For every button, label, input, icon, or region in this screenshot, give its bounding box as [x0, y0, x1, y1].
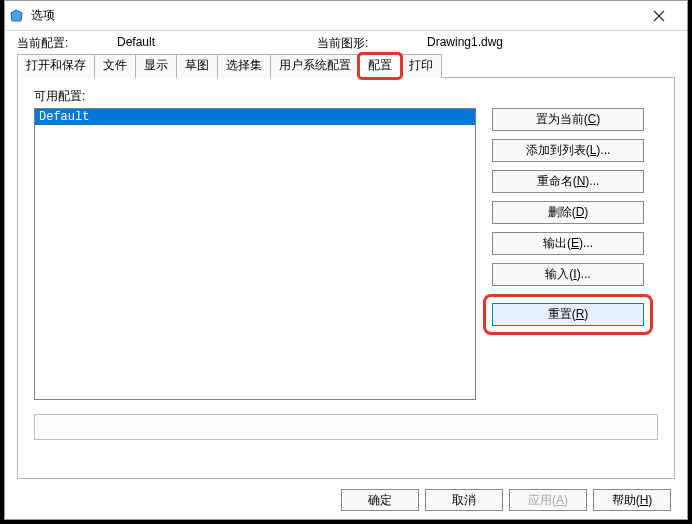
list-item[interactable]: Default	[35, 109, 475, 125]
close-button[interactable]	[637, 2, 681, 30]
reset-button[interactable]: 重置(R)	[492, 303, 644, 326]
side-button-column: 置为当前(C) 添加到列表(L)... 重命名(N)... 删除(D) 输出(E…	[492, 108, 644, 400]
add-to-list-button[interactable]: 添加到列表(L)...	[492, 139, 644, 162]
description-box	[34, 414, 658, 440]
tab-sketch[interactable]: 草图	[176, 54, 218, 78]
current-drawing-value: Drawing1.dwg	[377, 35, 503, 52]
close-icon	[653, 10, 665, 22]
tab-panel: 可用配置: Default 置为当前(C) 添加到列表(L)... 重命名(N)…	[17, 77, 675, 479]
current-profile-value: Default	[77, 35, 317, 52]
current-profile-label: 当前配置:	[17, 35, 77, 52]
apply-button[interactable]: 应用(A)	[509, 489, 587, 511]
tab-display[interactable]: 显示	[135, 54, 177, 78]
tab-print[interactable]: 打印	[400, 54, 442, 78]
app-icon	[9, 8, 25, 24]
titlebar: 选项	[5, 1, 687, 31]
reset-highlight: 重置(R)	[483, 294, 653, 335]
tab-profiles[interactable]: 配置	[359, 54, 401, 78]
current-drawing-label: 当前图形:	[317, 35, 377, 52]
tab-open-save[interactable]: 打开和保存	[17, 54, 95, 78]
help-button[interactable]: 帮助(H)	[593, 489, 671, 511]
footer-buttons: 确定 取消 应用(A) 帮助(H)	[341, 489, 671, 511]
options-dialog: 选项 当前配置: Default 当前图形: Drawing1.dwg 打开和保…	[4, 0, 688, 520]
tabs: 打开和保存 文件 显示 草图 选择集 用户系统配置 配置 打印	[17, 54, 675, 78]
ok-button[interactable]: 确定	[341, 489, 419, 511]
rename-button[interactable]: 重命名(N)...	[492, 170, 644, 193]
set-current-button[interactable]: 置为当前(C)	[492, 108, 644, 131]
import-button[interactable]: 输入(I)...	[492, 263, 644, 286]
info-row: 当前配置: Default 当前图形: Drawing1.dwg	[5, 31, 687, 54]
available-profiles-label: 可用配置:	[34, 88, 658, 105]
tab-file[interactable]: 文件	[94, 54, 136, 78]
export-button[interactable]: 输出(E)...	[492, 232, 644, 255]
cancel-button[interactable]: 取消	[425, 489, 503, 511]
delete-button[interactable]: 删除(D)	[492, 201, 644, 224]
tab-user-preferences[interactable]: 用户系统配置	[270, 54, 360, 78]
profiles-listbox[interactable]: Default	[34, 108, 476, 400]
tab-selection[interactable]: 选择集	[217, 54, 271, 78]
window-title: 选项	[31, 7, 637, 24]
